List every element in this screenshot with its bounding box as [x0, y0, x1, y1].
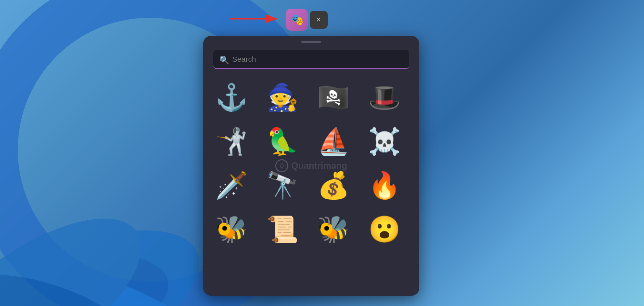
search-icon: 🔍: [220, 55, 230, 64]
sticker-ship[interactable]: ⛵: [314, 122, 354, 162]
sticker-robot[interactable]: 🤺: [212, 122, 252, 162]
sticker-pirate-hat[interactable]: 🎩: [364, 78, 404, 118]
drag-handle[interactable]: [302, 41, 322, 43]
close-icon: ×: [316, 16, 321, 24]
emoji-picker-button[interactable]: 🎭: [286, 9, 308, 31]
top-bar: 🎭 ×: [286, 9, 328, 31]
close-button[interactable]: ×: [310, 11, 328, 29]
sticker-skull[interactable]: ☠️: [364, 122, 404, 162]
search-input[interactable]: [214, 50, 410, 70]
sticker-scroll[interactable]: 📜: [262, 210, 302, 250]
sticker-parrot[interactable]: 🦜: [262, 122, 302, 162]
sticker-treasure[interactable]: 💰: [314, 166, 354, 206]
sticker-telescope[interactable]: 🔭: [262, 166, 302, 206]
sticker-pirate-man[interactable]: 🧙: [262, 78, 302, 118]
sticker-fire[interactable]: 🔥: [364, 166, 404, 206]
sticker-bee-surprised[interactable]: 😮: [364, 210, 404, 250]
arrow-container: [225, 9, 285, 31]
emoji-panel: 🔍 ⚓ 🧙 🏴‍☠️ 🎩 🤺 🦜 ⛵ ☠️ 🗡️ 🔭 💰 🔥 🐝 📜 🐝 😮 Q…: [204, 36, 420, 296]
sticker-sword[interactable]: 🗡️: [212, 166, 252, 206]
sticker-pirate-flag[interactable]: 🏴‍☠️: [314, 78, 354, 118]
sticker-anchor[interactable]: ⚓: [212, 78, 252, 118]
sticker-bee-2[interactable]: 🐝: [314, 210, 354, 250]
search-container: 🔍: [214, 50, 410, 70]
sticker-grid: ⚓ 🧙 🏴‍☠️ 🎩 🤺 🦜 ⛵ ☠️ 🗡️ 🔭 💰 🔥 🐝 📜 🐝 😮: [204, 76, 420, 296]
emoji-face-icon: 🎭: [290, 14, 304, 26]
sticker-bee-1[interactable]: 🐝: [212, 210, 252, 250]
red-arrow-icon: [225, 9, 285, 29]
